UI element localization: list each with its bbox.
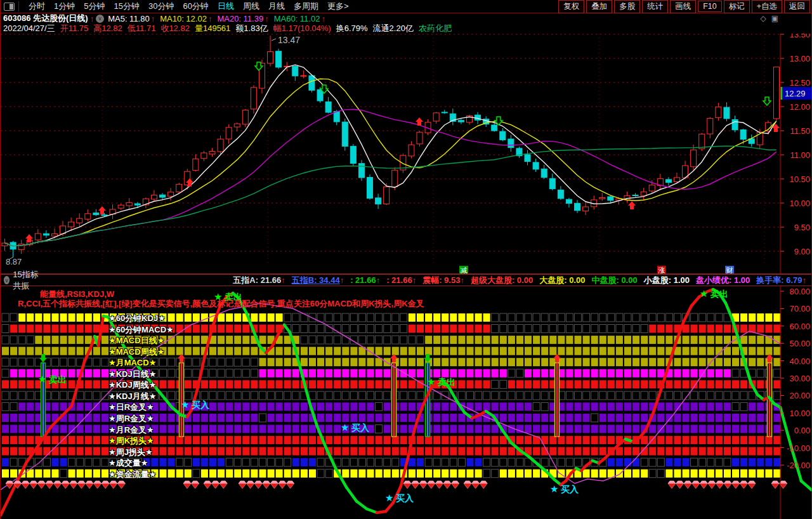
- quote-field-8: 换6.79%: [336, 23, 368, 34]
- svg-text:9.50: 9.50: [794, 223, 810, 232]
- quote-field-3: 低11.71: [128, 23, 156, 34]
- indicator-row-label-11: ★周K拐头★: [108, 435, 154, 447]
- indicator-header-value-3: : 21.66↑: [386, 275, 416, 285]
- toolbar-button-5[interactable]: F10: [698, 1, 722, 12]
- tab-period-10[interactable]: 更多>: [323, 1, 353, 12]
- svg-text:★: ★: [181, 399, 189, 410]
- indicator-header: ∨ 15指标共振 五指A: 21.66↑五指B: 34.44↑: 21.66↑:…: [1, 274, 812, 286]
- indicator-header-value-6: 大盘股: 0.00: [539, 275, 585, 286]
- quote-field-6: 额1.83亿: [235, 23, 268, 34]
- toolbar-button-0[interactable]: 复权: [558, 0, 584, 13]
- svg-text:卖出: 卖出: [437, 377, 455, 387]
- svg-text:12.00: 12.00: [789, 102, 810, 112]
- indicator-row-label-9: ★周R金叉★: [108, 413, 154, 424]
- quote-field-9: 流通2.20亿: [373, 23, 414, 34]
- svg-text:60.00: 60.00: [789, 322, 810, 331]
- quote-field-7: 幅1.17(10.04%): [273, 23, 331, 34]
- toolbar-button-6[interactable]: 标记: [724, 0, 750, 13]
- panel-collapse-icon[interactable]: ∨: [4, 276, 10, 284]
- svg-text:买入: 买入: [192, 400, 210, 410]
- ma-values: MA5: 11.80↑MA10: 12.02↑MA20: 11.39↑MA60:…: [108, 14, 331, 23]
- svg-text:10.00: 10.00: [789, 409, 810, 418]
- svg-text:★: ★: [38, 374, 46, 384]
- indicator-row-label-14: ★资金流量★: [108, 469, 156, 480]
- svg-text:减: 减: [461, 266, 468, 274]
- svg-text:12.50: 12.50: [789, 78, 810, 88]
- ma-value-0: MA5: 11.80: [108, 14, 150, 23]
- toolbar-button-8[interactable]: 返回: [784, 0, 810, 13]
- svg-text:★: ★: [385, 492, 393, 503]
- svg-text:涨: 涨: [658, 266, 665, 274]
- tab-period-3[interactable]: 15分钟: [109, 1, 143, 12]
- ma-value-2: MA20: 11.39: [217, 14, 263, 23]
- tab-period-4[interactable]: 30分钟: [144, 1, 178, 12]
- svg-text:卖出: 卖出: [48, 374, 67, 384]
- menu-divider: [18, 1, 19, 11]
- indicator-row-label-13: ★成交量★: [108, 457, 148, 469]
- indicator-row-label-8: ★日R金叉★: [108, 402, 154, 413]
- toolbar-button-3[interactable]: 统计: [642, 0, 668, 13]
- svg-text:30.00: 30.00: [789, 374, 810, 383]
- indicator-header-value-10: 换手率: 6.79↑: [756, 275, 806, 286]
- tab-period-0[interactable]: 分时: [24, 1, 49, 12]
- quote-field-10: 农药化肥: [419, 23, 452, 34]
- indicator-header-value-7: 中盘股: 0.00: [591, 275, 637, 286]
- svg-text:-10.00: -10.00: [787, 443, 810, 453]
- indicator-panel[interactable]: ★卖出★卖出★卖出★卖出★买入★买入★买入★买入80.0070.0060.005…: [1, 286, 812, 519]
- ma-up-arrow-icon: ↑: [208, 14, 213, 23]
- quote-field-5: 量149561: [195, 23, 230, 34]
- quote-field-4: 收12.82: [160, 23, 190, 34]
- price-up-arrow-icon: ↑: [90, 14, 95, 23]
- tab-period-1[interactable]: 1分钟: [49, 1, 79, 12]
- svg-text:10.50: 10.50: [789, 174, 810, 184]
- quote-field-1: 开11.75: [60, 23, 89, 34]
- panel-split-icon[interactable]: ▣: [771, 14, 778, 23]
- indicator-header-value-8: 小盘股: 1.00: [644, 275, 690, 286]
- tab-period-9[interactable]: 多周期: [289, 1, 323, 12]
- svg-text:买入: 买入: [396, 493, 414, 503]
- svg-text:-20.00: -20.00: [787, 461, 810, 470]
- ma-up-arrow-icon: ↑: [151, 14, 155, 23]
- indicator-header-value-9: 盘小绩优: 1.00: [696, 275, 750, 286]
- svg-text:★: ★: [550, 483, 558, 494]
- svg-text:买入: 买入: [351, 423, 370, 433]
- diamond-tool-icon[interactable]: ◇: [760, 14, 766, 23]
- ma-value-1: MA10: 12.02: [160, 14, 207, 23]
- indicator-header-value-2: : 21.66↑: [350, 275, 380, 285]
- indicator-row-label-2: ★MACD日线★: [108, 335, 164, 346]
- svg-text:10.00: 10.00: [789, 199, 810, 208]
- candlestick-chart: 13.5013.0012.5012.0011.5011.0010.5010.00…: [1, 34, 812, 274]
- toolbar-button-2[interactable]: 多股: [614, 0, 640, 13]
- svg-text:13.00: 13.00: [789, 54, 810, 63]
- chart-tool-icons: ◇ ▣: [760, 14, 778, 23]
- tab-period-8[interactable]: 月线: [264, 1, 289, 12]
- svg-text:13.47: 13.47: [278, 35, 300, 45]
- svg-text:★: ★: [341, 422, 349, 433]
- top-menu-bar: 分时1分钟5分钟15分钟30分钟60分钟日线周线月线多周期更多> 复权叠加多股统…: [1, 0, 811, 13]
- tab-period-6[interactable]: 日线: [213, 1, 239, 12]
- collapse-chevron-icon[interactable]: ∨: [96, 15, 104, 23]
- stock-info-bar: 603086 先达股份(日线) ↑ ∨ MA5: 11.80↑MA10: 12.…: [1, 13, 811, 23]
- tab-period-5[interactable]: 60分钟: [178, 1, 213, 12]
- toolbar-button-7[interactable]: +自选: [752, 0, 782, 13]
- svg-text:80.00: 80.00: [789, 287, 810, 296]
- svg-text:12.29: 12.29: [785, 89, 806, 98]
- svg-text:卖出: 卖出: [710, 289, 728, 299]
- layout-icon[interactable]: [4, 3, 15, 11]
- toolbar-button-1[interactable]: 叠加: [586, 0, 612, 13]
- indicator-row-label-4: ★月MACD★: [108, 357, 156, 369]
- main-chart[interactable]: 13.5013.0012.5012.0011.5011.0010.5010.00…: [1, 34, 812, 274]
- tab-period-2[interactable]: 5分钟: [79, 1, 109, 12]
- svg-text:财: 财: [726, 266, 733, 274]
- toolbar-button-4[interactable]: 画线: [670, 0, 696, 13]
- tab-period-7[interactable]: 周线: [239, 1, 264, 12]
- quote-field-0: 2022/04/27/三: [3, 23, 55, 34]
- quote-bar: 2022/04/27/三开11.75高12.82低11.71收12.82量149…: [1, 23, 811, 34]
- svg-text:50.00: 50.00: [789, 339, 810, 348]
- indicator-header-value-4: 震幅: 9.53↑: [422, 275, 464, 286]
- indicator-row-label-0: ★60分钟KDJ★: [108, 313, 166, 324]
- svg-text:13.50: 13.50: [789, 34, 810, 39]
- indicator-row-label-10: ★月R金叉★: [108, 424, 154, 436]
- quote-field-2: 高12.82: [93, 23, 122, 34]
- indicator-header-value-5: 超级大盘股: 0.00: [471, 275, 533, 286]
